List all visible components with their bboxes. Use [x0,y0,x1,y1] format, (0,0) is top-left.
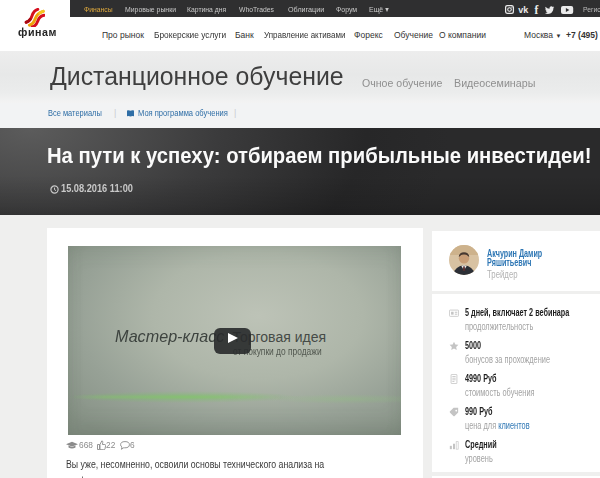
svg-text:vk: vk [518,5,529,15]
svg-text:f: f [535,5,539,15]
